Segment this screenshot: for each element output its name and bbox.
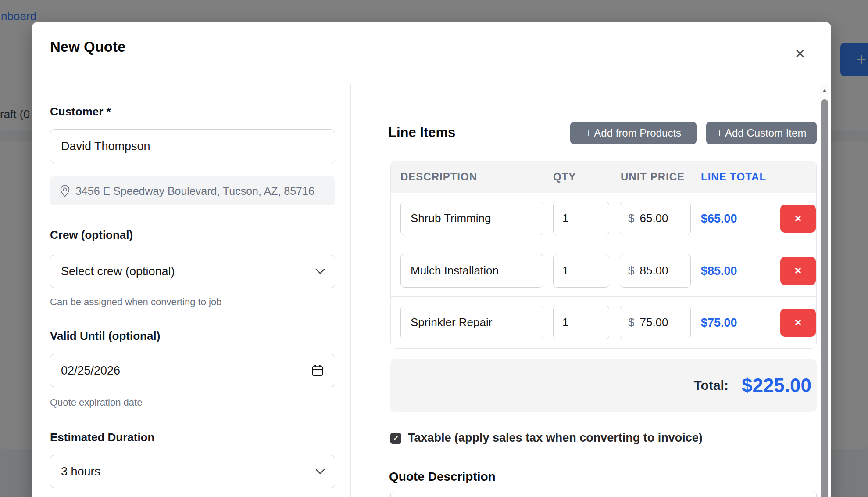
close-button[interactable]: ✕ bbox=[790, 44, 810, 63]
crew-label: Crew (optional) bbox=[50, 228, 133, 242]
qty-input[interactable]: 1 bbox=[553, 306, 609, 339]
add-custom-item-button[interactable]: + Add Custom Item bbox=[706, 122, 817, 144]
unit-price-input[interactable]: $ 65.00 bbox=[620, 202, 691, 235]
chevron-down-icon bbox=[315, 269, 325, 274]
col-description: DESCRIPTION bbox=[400, 171, 477, 183]
x-icon: ✕ bbox=[794, 213, 802, 224]
map-pin-icon bbox=[60, 185, 70, 197]
qty-input[interactable]: 1 bbox=[553, 202, 609, 235]
valid-until-value: 02/25/2026 bbox=[61, 364, 120, 378]
new-quote-modal: New Quote ✕ Customer * David Thompson 34… bbox=[32, 22, 831, 497]
unit-price-input[interactable]: $ 75.00 bbox=[620, 306, 691, 339]
remove-line-item-button[interactable]: ✕ bbox=[780, 257, 816, 285]
unit-price-value: 75.00 bbox=[639, 316, 668, 329]
unit-price-value: 65.00 bbox=[639, 212, 668, 225]
x-icon: ✕ bbox=[794, 266, 802, 276]
quote-description-label: Quote Description bbox=[389, 470, 496, 484]
currency-symbol: $ bbox=[628, 264, 634, 277]
chevron-down-icon bbox=[315, 469, 325, 475]
column-divider bbox=[350, 84, 351, 497]
currency-symbol: $ bbox=[628, 316, 634, 329]
address-text: 3456 E Speedway Boulevard, Tucson, AZ, 8… bbox=[75, 185, 314, 198]
taxable-label: Taxable (apply sales tax when converting… bbox=[408, 431, 703, 445]
duration-select[interactable]: 3 hours bbox=[50, 455, 335, 488]
col-line-total: LINE TOTAL bbox=[701, 171, 766, 183]
total-label: Total: bbox=[694, 378, 729, 393]
close-icon: ✕ bbox=[794, 46, 805, 61]
table-row: Shrub Trimming 1 $ 65.00 $65.00 ✕ bbox=[391, 193, 816, 245]
customer-label: Customer * bbox=[50, 105, 111, 119]
table-row: Mulch Installation 1 $ 85.00 $85.00 ✕ bbox=[391, 245, 816, 297]
total-value: $225.00 bbox=[742, 375, 811, 396]
unit-price-input[interactable]: $ 85.00 bbox=[620, 254, 691, 288]
qty-input[interactable]: 1 bbox=[553, 254, 609, 288]
customer-input[interactable]: David Thompson bbox=[50, 129, 335, 163]
currency-symbol: $ bbox=[628, 212, 634, 225]
scrollbar-thumb[interactable] bbox=[821, 99, 828, 497]
description-value: Sprinkler Repair bbox=[411, 316, 492, 329]
description-input[interactable]: Sprinkler Repair bbox=[400, 306, 543, 339]
quote-description-textarea[interactable] bbox=[390, 491, 817, 497]
duration-label: Estimated Duration bbox=[50, 431, 154, 444]
modal-scrollbar[interactable]: ▲ bbox=[820, 84, 829, 497]
x-icon: ✕ bbox=[794, 317, 802, 328]
line-items-table: DESCRIPTION QTY UNIT PRICE LINE TOTAL Sh… bbox=[390, 161, 817, 349]
add-from-products-button[interactable]: + Add from Products bbox=[570, 122, 697, 144]
crew-selected-value: Select crew (optional) bbox=[61, 265, 175, 278]
line-total: $85.00 bbox=[701, 245, 737, 297]
qty-value: 1 bbox=[562, 264, 568, 277]
valid-until-date-input[interactable]: 02/25/2026 bbox=[50, 354, 335, 387]
calendar-icon[interactable] bbox=[311, 364, 324, 377]
table-row: Sprinkler Repair 1 $ 75.00 $75.00 ✕ bbox=[391, 296, 816, 349]
description-value: Shrub Trimming bbox=[411, 212, 491, 225]
customer-address: 3456 E Speedway Boulevard, Tucson, AZ, 8… bbox=[50, 176, 335, 205]
header-divider bbox=[32, 84, 831, 84]
taxable-checkbox[interactable]: ✓ bbox=[390, 433, 401, 444]
valid-until-help-text: Quote expiration date bbox=[50, 397, 142, 408]
col-qty: QTY bbox=[553, 171, 576, 183]
line-items-title: Line Items bbox=[388, 125, 455, 140]
qty-value: 1 bbox=[562, 316, 568, 329]
line-total: $65.00 bbox=[701, 193, 737, 245]
description-value: Mulch Installation bbox=[411, 264, 499, 277]
crew-help-text: Can be assigned when converting to job bbox=[50, 296, 221, 308]
description-input[interactable]: Mulch Installation bbox=[400, 254, 543, 288]
qty-value: 1 bbox=[562, 212, 568, 225]
check-icon: ✓ bbox=[393, 434, 399, 443]
line-total: $75.00 bbox=[701, 297, 737, 349]
modal-title: New Quote bbox=[50, 39, 125, 55]
unit-price-value: 85.00 bbox=[639, 264, 668, 277]
screen: nboard raft (0 + New Quote ✕ Customer * … bbox=[0, 0, 868, 497]
customer-value: David Thompson bbox=[61, 140, 150, 153]
remove-line-item-button[interactable]: ✕ bbox=[780, 205, 816, 233]
valid-until-label: Valid Until (optional) bbox=[50, 329, 160, 343]
scroll-up-arrow-icon[interactable]: ▲ bbox=[820, 87, 829, 94]
duration-selected-value: 3 hours bbox=[61, 465, 100, 479]
remove-line-item-button[interactable]: ✕ bbox=[780, 309, 816, 337]
total-bar: Total: $225.00 bbox=[390, 359, 817, 412]
description-input[interactable]: Shrub Trimming bbox=[400, 202, 543, 235]
crew-select[interactable]: Select crew (optional) bbox=[50, 255, 335, 288]
col-unit-price: UNIT PRICE bbox=[621, 171, 685, 183]
table-header-row: DESCRIPTION QTY UNIT PRICE LINE TOTAL bbox=[391, 161, 816, 193]
